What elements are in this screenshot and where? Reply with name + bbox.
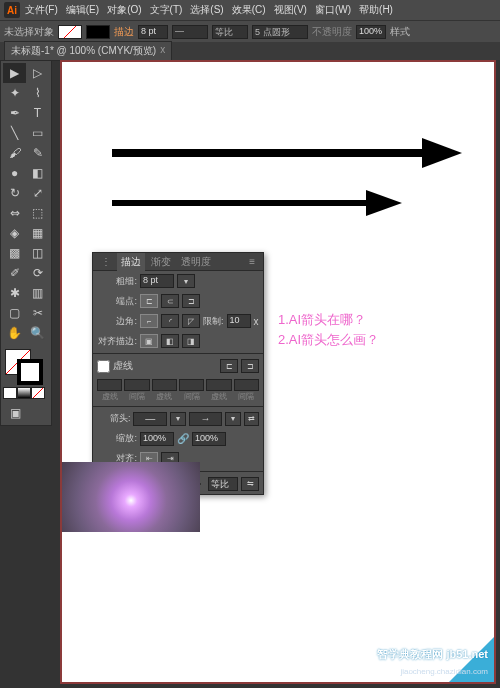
align-outside-button[interactable]: ◨ [182, 334, 200, 348]
dash-preserve-button[interactable]: ⊏ [220, 359, 238, 373]
corner-miter-button[interactable]: ⌐ [140, 314, 158, 328]
gradient-tool[interactable]: ◫ [26, 243, 49, 263]
lasso-tool[interactable]: ⌇ [26, 83, 49, 103]
shape-builder-tool[interactable]: ◈ [3, 223, 26, 243]
arrow-end-chevron-icon[interactable]: ▾ [225, 412, 240, 426]
canvas[interactable]: 1.AI箭头在哪？ 2.AI箭头怎么画？ ⋮ 描边 渐变 透明度 ≡ 粗细: 8… [60, 60, 496, 684]
weight-dropdown-icon[interactable]: ▾ [177, 274, 195, 288]
rotate-tool[interactable]: ↻ [3, 183, 26, 203]
close-icon[interactable]: x [160, 44, 165, 58]
magic-wand-tool[interactable]: ✦ [3, 83, 26, 103]
direct-selection-tool[interactable]: ▷ [26, 63, 49, 83]
brush-dropdown[interactable]: 5 点圆形 [252, 25, 308, 39]
limit-unit: x [254, 316, 259, 327]
panel-tabs: ⋮ 描边 渐变 透明度 ≡ [93, 253, 263, 271]
profile-dropdown[interactable]: — [172, 25, 208, 39]
corner-round-button[interactable]: ◜ [161, 314, 179, 328]
menu-type[interactable]: 文字(T) [147, 3, 186, 17]
document-tab[interactable]: 未标题-1* @ 100% (CMYK/预览) x [4, 41, 172, 61]
panel-grip-icon[interactable]: ⋮ [97, 254, 115, 269]
brush-tool[interactable]: 🖌 [3, 143, 26, 163]
selection-status: 未选择对象 [4, 25, 54, 39]
symbol-sprayer-tool[interactable]: ✱ [3, 283, 26, 303]
arrow-start-chevron-icon[interactable]: ▾ [170, 412, 185, 426]
arrow-shape-1[interactable] [112, 138, 462, 168]
tab-stroke[interactable]: 描边 [117, 253, 145, 271]
screen-mode-tool[interactable]: ▣ [3, 403, 27, 423]
blob-brush-tool[interactable]: ● [3, 163, 26, 183]
cap-round-button[interactable]: ⊂ [161, 294, 179, 308]
weight-input[interactable]: 8 pt [140, 274, 174, 288]
menu-view[interactable]: 视图(V) [271, 3, 310, 17]
dash-1-input[interactable] [97, 379, 122, 391]
width-tool[interactable]: ⇔ [3, 203, 26, 223]
scale-end-input[interactable]: 100% [192, 432, 226, 446]
cap-butt-button[interactable]: ⊏ [140, 294, 158, 308]
gap-3-input[interactable] [234, 379, 259, 391]
free-transform-tool[interactable]: ⬚ [26, 203, 49, 223]
color-gradient-icon[interactable] [17, 387, 31, 399]
align-center-button[interactable]: ▣ [140, 334, 158, 348]
rectangle-tool[interactable]: ▭ [26, 123, 49, 143]
flip-profile-icon[interactable]: ⇋ [241, 477, 259, 491]
tab-transparency[interactable]: 透明度 [177, 253, 215, 271]
scale-label: 缩放: [97, 432, 137, 445]
mesh-tool[interactable]: ▩ [3, 243, 26, 263]
blend-tool[interactable]: ⟳ [26, 263, 49, 283]
fill-swatch[interactable] [58, 25, 82, 39]
align-inside-button[interactable]: ◧ [161, 334, 179, 348]
artboard-tool[interactable]: ▢ [3, 303, 26, 323]
ratio-dropdown[interactable]: 等比 [212, 25, 248, 39]
gap-2-input[interactable] [179, 379, 204, 391]
gap-1-input[interactable] [124, 379, 149, 391]
cap-projecting-button[interactable]: ⊐ [182, 294, 200, 308]
arrow-start-dropdown[interactable]: — [133, 412, 167, 426]
dash-2-input[interactable] [152, 379, 177, 391]
menu-effect[interactable]: 效果(C) [229, 3, 269, 17]
eraser-tool[interactable]: ◧ [26, 163, 49, 183]
scale-tool[interactable]: ⤢ [26, 183, 49, 203]
type-tool[interactable]: T [26, 103, 49, 123]
color-solid-icon[interactable] [3, 387, 17, 399]
opacity-input[interactable]: 100% [356, 25, 386, 39]
stroke-swatch[interactable] [86, 25, 110, 39]
menu-object[interactable]: 对象(O) [104, 3, 144, 17]
menu-window[interactable]: 窗口(W) [312, 3, 354, 17]
menu-edit[interactable]: 编辑(E) [63, 3, 102, 17]
dash-checkbox[interactable] [97, 360, 110, 373]
arrow-end-dropdown[interactable]: → [189, 412, 223, 426]
swap-arrows-icon[interactable]: ⇄ [244, 412, 259, 426]
eyedropper-tool[interactable]: ✐ [3, 263, 26, 283]
stroke-label[interactable]: 描边 [114, 25, 134, 39]
pen-tool[interactable]: ✒ [3, 103, 26, 123]
watermark-line2: jiaocheng.chazidian.com [400, 667, 488, 676]
zoom-tool[interactable]: 🔍 [26, 323, 49, 343]
fill-stroke-control[interactable] [3, 347, 49, 385]
selection-tool[interactable]: ▶ [3, 63, 26, 83]
hand-tool[interactable]: ✋ [3, 323, 26, 343]
slice-tool[interactable]: ✂ [26, 303, 49, 323]
scale-start-input[interactable]: 100% [140, 432, 174, 446]
stroke-weight-input[interactable]: 8 pt [138, 25, 168, 39]
style-label[interactable]: 样式 [390, 25, 410, 39]
link-scale-icon[interactable]: 🔗 [177, 433, 189, 444]
document-tab-bar: 未标题-1* @ 100% (CMYK/预览) x [0, 42, 500, 60]
panel-menu-icon[interactable]: ≡ [245, 254, 259, 269]
dash-3-input[interactable] [206, 379, 231, 391]
menu-file[interactable]: 文件(F) [22, 3, 61, 17]
line-tool[interactable]: ╲ [3, 123, 26, 143]
perspective-tool[interactable]: ▦ [26, 223, 49, 243]
watermark-line1: 智学典教程网 jb51.net [377, 647, 488, 662]
color-none-icon[interactable] [31, 387, 45, 399]
menu-select[interactable]: 选择(S) [187, 3, 226, 17]
stroke-color-icon[interactable] [17, 359, 43, 385]
pencil-tool[interactable]: ✎ [26, 143, 49, 163]
dash-align-button[interactable]: ⊐ [241, 359, 259, 373]
graph-tool[interactable]: ▥ [26, 283, 49, 303]
corner-bevel-button[interactable]: ◸ [182, 314, 200, 328]
arrow-shape-2[interactable] [112, 190, 402, 216]
tab-gradient[interactable]: 渐变 [147, 253, 175, 271]
limit-input[interactable]: 10 [227, 314, 251, 328]
menu-help[interactable]: 帮助(H) [356, 3, 396, 17]
profile-ratio-dropdown[interactable]: 等比 [208, 477, 238, 491]
